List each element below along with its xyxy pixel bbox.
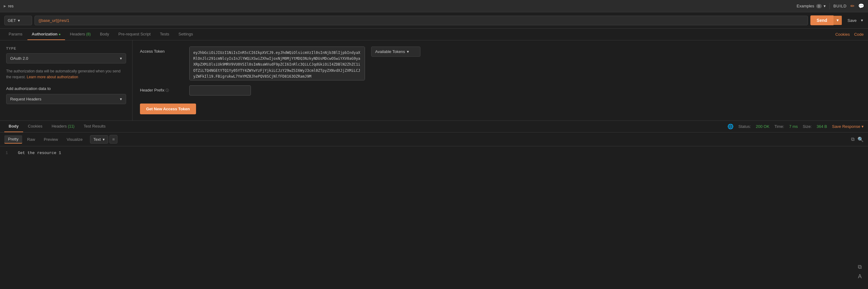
get-new-access-token-button[interactable]: Get New Access Token [140,103,196,114]
divider [830,3,830,9]
format-raw[interactable]: Raw [24,135,39,143]
method-label: GET [8,18,16,23]
auth-active-dot: ● [59,32,61,36]
header-prefix-input[interactable] [189,85,251,96]
format-bar-right: ⧉ 🔍 [851,136,864,142]
response-format-bar: Pretty Raw Preview Visualize Text ▾ ≡ ⧉ … [0,132,868,146]
response-tab-right: 🌐 Status: 200 OK Time: 7 ms Size: 364 B … [727,124,864,129]
tab-body[interactable]: Body [96,29,114,40]
build-button[interactable]: BUILD [834,4,847,8]
chevron-down-icon: ▾ [18,18,20,23]
auth-left-panel: TYPE OAuth 2.0 ▾ The authorization data … [0,40,132,121]
format-pretty[interactable]: Pretty [4,135,22,143]
send-button[interactable]: Send [810,15,833,25]
response-tab-bar: Body Cookies Headers (11) Test Results 🌐… [0,121,868,132]
status-value: 200 OK [756,124,769,129]
learn-more-link[interactable]: Learn more about authorization [27,75,78,79]
tab-response-cookies[interactable]: Cookies [24,121,47,132]
send-dropdown-button[interactable]: ▼ [834,16,842,25]
format-visualize[interactable]: Visualize [63,135,86,143]
auth-right-panel: Access Token eyJhbGciOiJIUzI1NiIsInR5cCI… [132,40,868,121]
tab-params[interactable]: Params [4,29,27,40]
size-label: Size: [803,124,812,129]
available-tokens-button[interactable]: Available Tokens ▾ [371,46,421,57]
tab-settings[interactable]: Settings [174,29,197,40]
tab-authorization[interactable]: Authorization ● [27,29,65,40]
send-button-group: Send ▼ [810,15,842,25]
copy-bottom-icon[interactable]: ⧉ [858,264,862,270]
header-prefix-label: Header Prefix ⓘ [140,85,183,93]
auth-info-text: The authorization data will be automatic… [6,68,126,80]
search-bottom-icon[interactable]: A [858,273,862,280]
chevron-down-icon: ▾ [120,97,122,101]
search-icon[interactable]: 🔍 [858,136,864,142]
size-value: 364 B [816,124,827,129]
time-label: Time: [774,124,784,129]
tab-headers[interactable]: Headers (8) [66,29,95,40]
add-auth-label: Add authorization data to [6,86,126,91]
get-token-section: Get New Access Token [140,100,861,114]
chevron-down-icon: ▾ [407,49,409,54]
text-format-select[interactable]: Text ▾ [90,135,108,143]
bottom-right-icons: ⧉ A [858,264,862,280]
globe-icon: 🌐 [727,124,734,129]
chevron-down-icon: ▾ [862,124,864,129]
response-headers-badge: (11) [68,124,74,128]
status-info: Status: 200 OK Time: 7 ms Size: 364 B [739,124,827,129]
tab-test-results[interactable]: Test Results [80,121,110,132]
top-bar-actions: Examples 0 ▾ BUILD ✏ 💬 [797,3,865,9]
time-value: 7 ms [789,124,798,129]
code-link[interactable]: Code [854,32,864,37]
top-bar: ▶ res Examples 0 ▾ BUILD ✏ 💬 [0,0,868,12]
access-token-row: Access Token eyJhbGciOiJIUzI1NiIsInR5cCI… [140,46,861,81]
header-prefix-row: Header Prefix ⓘ [140,85,861,96]
url-bar: GET ▾ Send ▼ Save ▼ [0,12,868,29]
headers-badge: (8) [86,32,91,36]
response-line-1: Get the resource 1 [18,151,61,155]
chevron-right-icon: ▶ [4,4,6,8]
tab-bar-right: Cookies Code [835,32,864,37]
chevron-down-icon: ▾ [103,137,105,142]
tab-response-headers[interactable]: Headers (11) [47,121,79,132]
res-label: res [8,4,13,8]
save-button[interactable]: Save [844,16,860,25]
response-body: 1 Get the resource 1 [0,146,868,160]
save-dropdown-button[interactable]: ▼ [860,19,864,22]
copy-icon[interactable]: ⧉ [851,136,855,142]
tab-prerequest[interactable]: Pre-request Script [114,29,155,40]
format-preview[interactable]: Preview [40,135,62,143]
status-label: Status: [739,124,751,129]
tab-response-body[interactable]: Body [4,121,23,132]
cookies-link[interactable]: Cookies [835,32,850,37]
method-select[interactable]: GET ▾ [4,16,32,25]
chevron-down-icon: ▾ [120,56,122,61]
breadcrumb: ▶ res [4,4,13,8]
line-number-1: 1 [5,151,12,155]
type-select[interactable]: OAuth 2.0 ▾ [6,53,126,63]
save-button-group: Save ▼ [844,16,864,25]
examples-count-badge: 0 [816,4,822,8]
response-panel: Body Cookies Headers (11) Test Results 🌐… [0,121,868,240]
access-token-label: Access Token [140,46,183,54]
chevron-down-icon: ▾ [824,4,826,8]
request-headers-select[interactable]: Request Headers ▾ [6,94,126,104]
save-response-button[interactable]: Save Response ▾ [832,124,864,129]
examples-button[interactable]: Examples 0 ▾ [797,4,826,8]
tab-tests[interactable]: Tests [156,29,174,40]
access-token-input[interactable]: eyJhbGciOiJIUzI1NiIsInR5cCI6IkpXVCJ9.eyJ… [189,46,365,81]
info-icon[interactable]: ⓘ [165,89,169,92]
edit-icon[interactable]: ✏ [850,3,855,9]
chat-icon[interactable]: 💬 [858,3,864,9]
type-label: TYPE [6,46,126,50]
wrap-button[interactable]: ≡ [110,135,118,143]
request-tab-bar: Params Authorization ● Headers (8) Body … [0,29,868,40]
auth-panel: TYPE OAuth 2.0 ▾ The authorization data … [0,40,868,121]
url-input[interactable] [34,16,808,25]
